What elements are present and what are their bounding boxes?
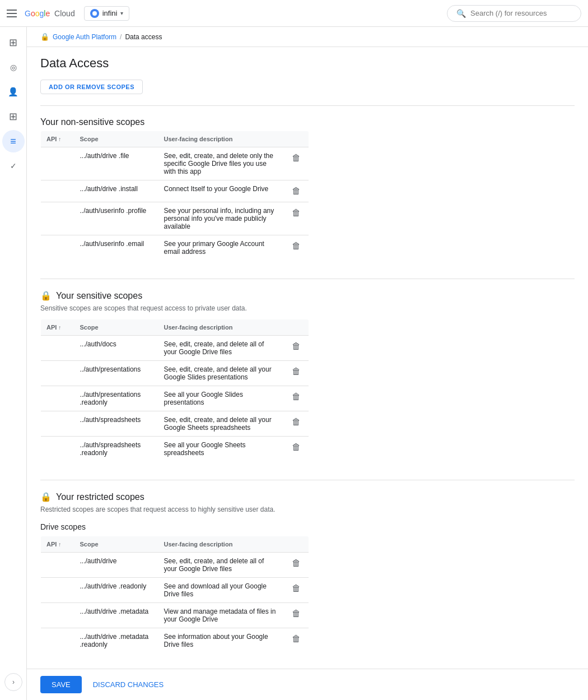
sensitive-desc-header: User-facing description (158, 319, 284, 336)
description-cell: See, edit, create, and delete all of you… (158, 336, 284, 361)
api-cell (41, 180, 74, 202)
delete-row-button[interactable]: 🗑 (290, 557, 303, 569)
save-button[interactable]: SAVE (40, 676, 82, 693)
delete-row-button[interactable]: 🗑 (290, 207, 303, 219)
breadcrumb-separator: / (120, 33, 122, 41)
search-bar[interactable]: 🔍 (447, 5, 581, 22)
restricted-api-sort-icon[interactable]: ↑ (58, 541, 61, 548)
description-cell: See, edit, create, and delete all your G… (158, 411, 284, 437)
delete-row-button[interactable]: 🗑 (290, 391, 303, 403)
delete-row-button[interactable]: 🗑 (290, 240, 303, 252)
breadcrumb-parent-link[interactable]: Google Auth Platform (53, 33, 116, 41)
delete-row-button[interactable]: 🗑 (290, 441, 303, 453)
delete-row-button[interactable]: 🗑 (290, 416, 303, 428)
page-body: Data Access ADD OR REMOVE SCOPES Your no… (27, 47, 588, 700)
divider-1 (40, 105, 575, 106)
search-input[interactable] (470, 9, 571, 17)
restricted-scope-header: Scope (74, 536, 158, 553)
scope-cell: ../auth/userinfo .email (74, 235, 158, 261)
delete-cell: 🗑 (284, 603, 309, 628)
delete-cell: 🗑 (284, 361, 309, 386)
delete-row-button[interactable]: 🗑 (290, 340, 303, 353)
scope-cell: ../auth/presentations (74, 361, 158, 386)
delete-cell: 🗑 (284, 202, 309, 235)
divider-2 (40, 279, 575, 279)
api-cell (41, 336, 74, 361)
sidebar-item-apps[interactable]: ⊞ (2, 105, 25, 128)
api-cell (41, 553, 74, 578)
discard-changes-button[interactable]: DISCARD CHANGES (91, 676, 166, 693)
api-cell (41, 628, 74, 653)
bottom-action-bar: SAVE DISCARD CHANGES (27, 669, 588, 700)
delete-row-button[interactable]: 🗑 (290, 608, 303, 620)
non-sensitive-desc-header: User-facing description (158, 131, 284, 147)
non-sensitive-section: Your non-sensitive scopes API ↑ Scope (40, 117, 309, 261)
non-sensitive-title-row: Your non-sensitive scopes (40, 117, 309, 127)
scope-cell: .../auth/drive .install (74, 180, 158, 202)
table-row: .../auth/drive .file See, edit, create, … (41, 147, 309, 180)
description-cell: See your primary Google Account email ad… (158, 235, 284, 261)
breadcrumb-shield-icon: 🔒 (40, 33, 49, 41)
non-sensitive-title: Your non-sensitive scopes (40, 117, 144, 127)
delete-row-button[interactable]: 🗑 (290, 185, 303, 197)
table-row: ../auth/spreadsheets .readonly See all y… (41, 437, 309, 462)
sidebar-item-user[interactable]: 👤 (2, 81, 25, 103)
search-icon: 🔍 (456, 9, 466, 18)
top-navigation: Google Cloud infini ▾ 🔍 (0, 0, 588, 27)
project-selector[interactable]: infini ▾ (84, 6, 130, 21)
scope-cell: .../auth/drive .file (74, 147, 158, 180)
scope-cell: .../auth/drive (74, 553, 158, 578)
api-cell (41, 411, 74, 437)
delete-cell: 🗑 (284, 180, 309, 202)
delete-row-button[interactable]: 🗑 (290, 152, 303, 164)
sensitive-api-sort-icon[interactable]: ↑ (58, 324, 61, 331)
api-sort-icon[interactable]: ↑ (58, 136, 61, 142)
restricted-api-header: API ↑ (41, 536, 74, 553)
table-row: ../auth/spreadsheets See, edit, create, … (41, 411, 309, 437)
scope-cell: ../auth/userinfo .profile (74, 202, 158, 235)
list-icon: ≡ (10, 136, 16, 147)
delete-row-button[interactable]: 🗑 (290, 582, 303, 595)
restricted-title: Your restricted scopes (56, 492, 144, 502)
delete-row-button[interactable]: 🗑 (290, 365, 303, 378)
sidebar-toggle-area: › (0, 673, 27, 691)
sidebar-item-circle[interactable]: ◎ (2, 56, 25, 78)
restricted-lock-icon: 🔒 (40, 492, 52, 502)
sidebar-item-data-access[interactable]: ≡ (2, 130, 25, 152)
sensitive-title: Your sensitive scopes (56, 291, 142, 301)
sidebar-item-check[interactable]: ✓ (2, 155, 25, 177)
check-icon: ✓ (10, 161, 17, 170)
sensitive-api-header: API ↑ (41, 319, 74, 336)
table-row: ../auth/presentations .readonly See all … (41, 386, 309, 411)
description-cell: See your personal info, including any pe… (158, 202, 284, 235)
scope-cell: .../auth/drive .metadata .readonly (74, 628, 158, 653)
sensitive-scope-header: Scope (74, 319, 158, 336)
sidebar: ⊞ ◎ 👤 ⊞ ≡ ✓ (0, 27, 27, 700)
hamburger-menu-icon[interactable] (7, 7, 20, 20)
delete-row-button[interactable]: 🗑 (290, 633, 303, 645)
non-sensitive-scope-header: Scope (74, 131, 158, 147)
table-row: .../auth/drive .metadata .readonly See i… (41, 628, 309, 653)
delete-cell: 🗑 (284, 336, 309, 361)
delete-cell: 🗑 (284, 578, 309, 603)
user-icon: 👤 (8, 87, 18, 97)
scope-cell: .../auth/drive .metadata (74, 603, 158, 628)
breadcrumb: 🔒 Google Auth Platform / Data access (27, 27, 588, 47)
delete-cell: 🗑 (284, 411, 309, 437)
sensitive-lock-icon: 🔒 (40, 290, 52, 301)
description-cell: See, edit, create, and delete all of you… (158, 553, 284, 578)
table-row: ../auth/userinfo .profile See your perso… (41, 202, 309, 235)
breadcrumb-current: Data access (125, 33, 162, 41)
scope-cell: .../auth/docs (74, 336, 158, 361)
sidebar-item-dashboard[interactable]: ⊞ (2, 31, 25, 54)
sidebar-collapse-button[interactable]: › (4, 673, 22, 691)
description-cell: See information about your Google Drive … (158, 628, 284, 653)
scope-cell: ../auth/spreadsheets .readonly (74, 437, 158, 462)
description-cell: See, edit, create, and delete all your G… (158, 361, 284, 386)
table-row: .../auth/docs See, edit, create, and del… (41, 336, 309, 361)
add-remove-scopes-button[interactable]: ADD OR REMOVE SCOPES (40, 80, 143, 94)
delete-cell: 🗑 (284, 386, 309, 411)
svg-point-0 (92, 11, 97, 16)
api-cell (41, 235, 74, 261)
description-cell: See all your Google Slides presentations (158, 386, 284, 411)
